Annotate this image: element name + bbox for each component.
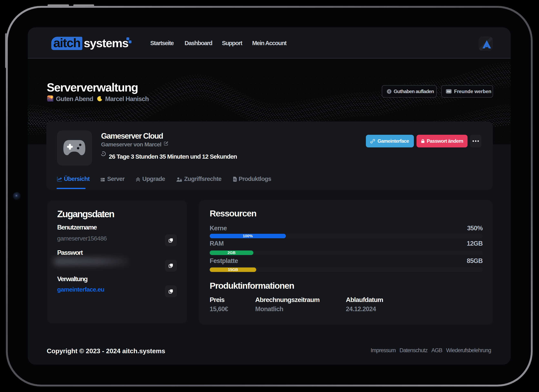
svg-text:€: € [389,90,390,93]
